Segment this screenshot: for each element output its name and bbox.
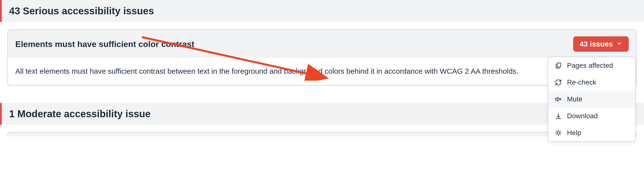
issue-card-title: Elements must have sufficient color cont… <box>15 39 194 49</box>
chevron-down-icon <box>616 40 622 48</box>
dropdown-item-label: Pages affected <box>567 62 613 69</box>
svg-marker-1 <box>556 97 558 101</box>
pages-icon <box>555 62 562 69</box>
issue-card-body: All text elements must have sufficient c… <box>8 58 636 85</box>
svg-line-9 <box>556 131 557 131</box>
download-icon <box>555 112 562 120</box>
refresh-icon <box>555 79 562 86</box>
dropdown-item-download[interactable]: Download <box>548 108 635 124</box>
dropdown-item-help[interactable]: Help <box>548 124 635 141</box>
issue-description: All text elements must have sufficient c… <box>15 66 629 77</box>
issue-card: Elements must have sufficient color cont… <box>8 29 636 85</box>
serious-issues-header: 43 Serious accessibility issues <box>0 0 644 22</box>
next-card-top-edge <box>8 132 636 136</box>
dropdown-item-recheck[interactable]: Re-check <box>548 74 635 91</box>
issue-actions-dropdown: Pages affected Re-check Mut <box>548 57 636 142</box>
dropdown-item-label: Re-check <box>567 78 596 86</box>
svg-line-12 <box>560 131 560 131</box>
issues-count-button[interactable]: 43 issues <box>573 36 629 52</box>
svg-rect-0 <box>557 63 560 67</box>
lightbulb-icon <box>555 129 562 137</box>
moderate-issues-title: 1 Moderate accessibility issue <box>9 108 151 120</box>
dropdown-item-label: Mute <box>567 95 582 103</box>
dropdown-item-pages-affected[interactable]: Pages affected <box>548 57 635 74</box>
moderate-issues-header: 1 Moderate accessibility issue <box>0 103 644 125</box>
dropdown-item-mute[interactable]: Mute <box>548 91 635 108</box>
svg-point-4 <box>557 132 559 134</box>
svg-line-10 <box>560 134 560 135</box>
dropdown-item-label: Help <box>567 129 581 137</box>
mute-icon <box>555 96 562 103</box>
issue-card-header: Elements must have sufficient color cont… <box>8 30 636 58</box>
dropdown-item-label: Download <box>567 112 598 120</box>
svg-line-11 <box>556 134 557 135</box>
serious-issues-title: 43 Serious accessibility issues <box>9 6 154 17</box>
issues-count-label: 43 issues <box>580 40 613 48</box>
